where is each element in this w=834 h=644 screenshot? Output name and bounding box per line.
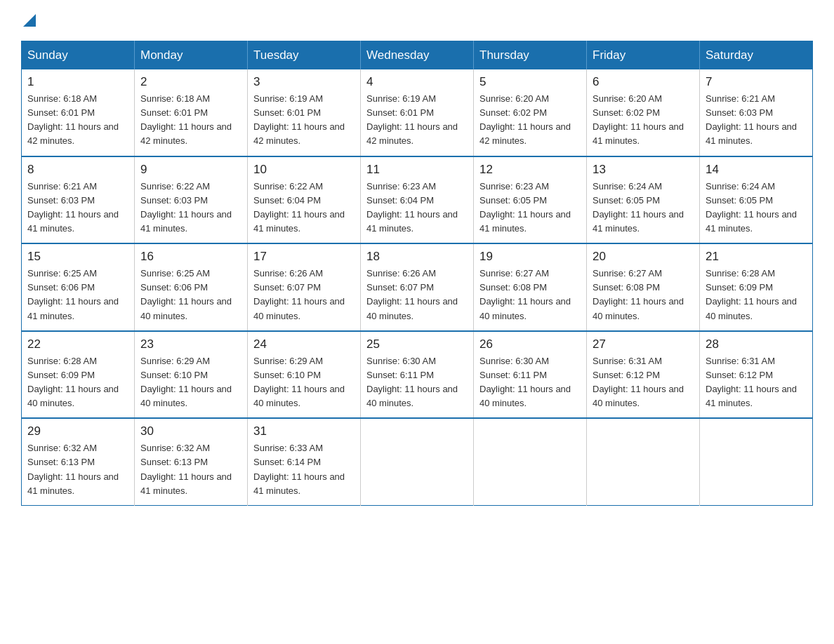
calendar-cell: 23 Sunrise: 6:29 AMSunset: 6:10 PMDaylig… xyxy=(135,331,248,419)
day-number: 7 xyxy=(706,75,807,89)
day-info: Sunrise: 6:19 AMSunset: 6:01 PMDaylight:… xyxy=(253,92,355,149)
day-info: Sunrise: 6:29 AMSunset: 6:10 PMDaylight:… xyxy=(253,354,355,411)
day-number: 31 xyxy=(253,424,355,438)
day-info: Sunrise: 6:26 AMSunset: 6:07 PMDaylight:… xyxy=(366,267,468,323)
column-header-wednesday: Wednesday xyxy=(361,41,474,70)
day-info: Sunrise: 6:21 AMSunset: 6:03 PMDaylight:… xyxy=(27,180,128,236)
calendar-cell: 5 Sunrise: 6:20 AMSunset: 6:02 PMDayligh… xyxy=(474,69,587,156)
column-header-friday: Friday xyxy=(587,41,700,70)
day-info: Sunrise: 6:20 AMSunset: 6:02 PMDaylight:… xyxy=(593,92,694,149)
day-info: Sunrise: 6:23 AMSunset: 6:04 PMDaylight:… xyxy=(366,180,468,236)
day-number: 10 xyxy=(253,163,355,177)
day-info: Sunrise: 6:28 AMSunset: 6:09 PMDaylight:… xyxy=(27,354,128,411)
logo xyxy=(21,14,36,28)
calendar-cell: 22 Sunrise: 6:28 AMSunset: 6:09 PMDaylig… xyxy=(22,331,135,419)
day-number: 18 xyxy=(366,250,468,264)
calendar-cell: 7 Sunrise: 6:21 AMSunset: 6:03 PMDayligh… xyxy=(700,69,813,156)
calendar-header-row: SundayMondayTuesdayWednesdayThursdayFrid… xyxy=(22,41,813,70)
day-number: 6 xyxy=(593,75,694,89)
day-number: 4 xyxy=(366,75,468,89)
day-number: 1 xyxy=(27,75,128,89)
day-number: 15 xyxy=(27,250,128,264)
day-number: 30 xyxy=(140,424,241,438)
calendar-cell: 12 Sunrise: 6:23 AMSunset: 6:05 PMDaylig… xyxy=(474,156,587,244)
day-info: Sunrise: 6:27 AMSunset: 6:08 PMDaylight:… xyxy=(479,267,581,323)
calendar-cell: 19 Sunrise: 6:27 AMSunset: 6:08 PMDaylig… xyxy=(474,243,587,331)
logo-triangle-icon xyxy=(23,14,36,27)
day-number: 27 xyxy=(593,337,694,351)
day-info: Sunrise: 6:25 AMSunset: 6:06 PMDaylight:… xyxy=(140,267,241,323)
day-number: 25 xyxy=(366,337,468,351)
calendar-cell: 18 Sunrise: 6:26 AMSunset: 6:07 PMDaylig… xyxy=(361,243,474,331)
column-header-saturday: Saturday xyxy=(700,41,813,70)
calendar-cell: 11 Sunrise: 6:23 AMSunset: 6:04 PMDaylig… xyxy=(361,156,474,244)
day-info: Sunrise: 6:33 AMSunset: 6:14 PMDaylight:… xyxy=(253,441,355,498)
day-number: 23 xyxy=(140,337,241,351)
day-number: 11 xyxy=(366,163,468,177)
day-info: Sunrise: 6:18 AMSunset: 6:01 PMDaylight:… xyxy=(140,92,241,149)
page-header xyxy=(21,14,813,28)
day-number: 8 xyxy=(27,163,128,177)
calendar-cell: 31 Sunrise: 6:33 AMSunset: 6:14 PMDaylig… xyxy=(248,418,361,505)
day-info: Sunrise: 6:30 AMSunset: 6:11 PMDaylight:… xyxy=(479,354,581,411)
day-number: 5 xyxy=(479,75,581,89)
day-info: Sunrise: 6:23 AMSunset: 6:05 PMDaylight:… xyxy=(479,180,581,236)
calendar-cell: 27 Sunrise: 6:31 AMSunset: 6:12 PMDaylig… xyxy=(587,331,700,419)
day-info: Sunrise: 6:32 AMSunset: 6:13 PMDaylight:… xyxy=(140,441,241,498)
column-header-tuesday: Tuesday xyxy=(248,41,361,70)
column-header-monday: Monday xyxy=(135,41,248,70)
column-header-thursday: Thursday xyxy=(474,41,587,70)
calendar-cell xyxy=(361,418,474,505)
calendar-cell xyxy=(474,418,587,505)
calendar-cell: 25 Sunrise: 6:30 AMSunset: 6:11 PMDaylig… xyxy=(361,331,474,419)
day-number: 21 xyxy=(706,250,807,264)
day-info: Sunrise: 6:24 AMSunset: 6:05 PMDaylight:… xyxy=(593,180,694,236)
calendar-cell: 24 Sunrise: 6:29 AMSunset: 6:10 PMDaylig… xyxy=(248,331,361,419)
calendar-cell: 6 Sunrise: 6:20 AMSunset: 6:02 PMDayligh… xyxy=(587,69,700,156)
calendar-week-3: 15 Sunrise: 6:25 AMSunset: 6:06 PMDaylig… xyxy=(22,243,813,331)
calendar-cell: 28 Sunrise: 6:31 AMSunset: 6:12 PMDaylig… xyxy=(700,331,813,419)
day-info: Sunrise: 6:20 AMSunset: 6:02 PMDaylight:… xyxy=(479,92,581,149)
calendar-cell: 13 Sunrise: 6:24 AMSunset: 6:05 PMDaylig… xyxy=(587,156,700,244)
calendar-cell: 15 Sunrise: 6:25 AMSunset: 6:06 PMDaylig… xyxy=(22,243,135,331)
calendar-cell: 20 Sunrise: 6:27 AMSunset: 6:08 PMDaylig… xyxy=(587,243,700,331)
day-info: Sunrise: 6:25 AMSunset: 6:06 PMDaylight:… xyxy=(27,267,128,323)
calendar-cell: 10 Sunrise: 6:22 AMSunset: 6:04 PMDaylig… xyxy=(248,156,361,244)
day-info: Sunrise: 6:31 AMSunset: 6:12 PMDaylight:… xyxy=(706,354,807,411)
calendar-cell: 14 Sunrise: 6:24 AMSunset: 6:05 PMDaylig… xyxy=(700,156,813,244)
calendar-cell: 2 Sunrise: 6:18 AMSunset: 6:01 PMDayligh… xyxy=(135,69,248,156)
calendar-cell xyxy=(587,418,700,505)
day-number: 3 xyxy=(253,75,355,89)
calendar-cell: 9 Sunrise: 6:22 AMSunset: 6:03 PMDayligh… xyxy=(135,156,248,244)
calendar-cell: 1 Sunrise: 6:18 AMSunset: 6:01 PMDayligh… xyxy=(22,69,135,156)
day-info: Sunrise: 6:28 AMSunset: 6:09 PMDaylight:… xyxy=(706,267,807,323)
day-info: Sunrise: 6:18 AMSunset: 6:01 PMDaylight:… xyxy=(27,92,128,149)
day-number: 29 xyxy=(27,424,128,438)
calendar-cell: 4 Sunrise: 6:19 AMSunset: 6:01 PMDayligh… xyxy=(361,69,474,156)
day-number: 26 xyxy=(479,337,581,351)
calendar-cell: 17 Sunrise: 6:26 AMSunset: 6:07 PMDaylig… xyxy=(248,243,361,331)
column-header-sunday: Sunday xyxy=(22,41,135,70)
calendar-week-4: 22 Sunrise: 6:28 AMSunset: 6:09 PMDaylig… xyxy=(22,331,813,419)
calendar-cell: 30 Sunrise: 6:32 AMSunset: 6:13 PMDaylig… xyxy=(135,418,248,505)
day-info: Sunrise: 6:24 AMSunset: 6:05 PMDaylight:… xyxy=(706,180,807,236)
day-number: 14 xyxy=(706,163,807,177)
calendar-cell: 26 Sunrise: 6:30 AMSunset: 6:11 PMDaylig… xyxy=(474,331,587,419)
calendar-week-5: 29 Sunrise: 6:32 AMSunset: 6:13 PMDaylig… xyxy=(22,418,813,505)
day-info: Sunrise: 6:29 AMSunset: 6:10 PMDaylight:… xyxy=(140,354,241,411)
day-info: Sunrise: 6:31 AMSunset: 6:12 PMDaylight:… xyxy=(593,354,694,411)
calendar-week-2: 8 Sunrise: 6:21 AMSunset: 6:03 PMDayligh… xyxy=(22,156,813,244)
day-number: 24 xyxy=(253,337,355,351)
day-info: Sunrise: 6:30 AMSunset: 6:11 PMDaylight:… xyxy=(366,354,468,411)
day-number: 28 xyxy=(706,337,807,351)
day-number: 22 xyxy=(27,337,128,351)
day-number: 19 xyxy=(479,250,581,264)
calendar-cell: 3 Sunrise: 6:19 AMSunset: 6:01 PMDayligh… xyxy=(248,69,361,156)
day-number: 20 xyxy=(593,250,694,264)
day-info: Sunrise: 6:19 AMSunset: 6:01 PMDaylight:… xyxy=(366,92,468,149)
calendar-cell: 8 Sunrise: 6:21 AMSunset: 6:03 PMDayligh… xyxy=(22,156,135,244)
day-info: Sunrise: 6:27 AMSunset: 6:08 PMDaylight:… xyxy=(593,267,694,323)
calendar-week-1: 1 Sunrise: 6:18 AMSunset: 6:01 PMDayligh… xyxy=(22,69,813,156)
day-info: Sunrise: 6:26 AMSunset: 6:07 PMDaylight:… xyxy=(253,267,355,323)
day-info: Sunrise: 6:21 AMSunset: 6:03 PMDaylight:… xyxy=(706,92,807,149)
